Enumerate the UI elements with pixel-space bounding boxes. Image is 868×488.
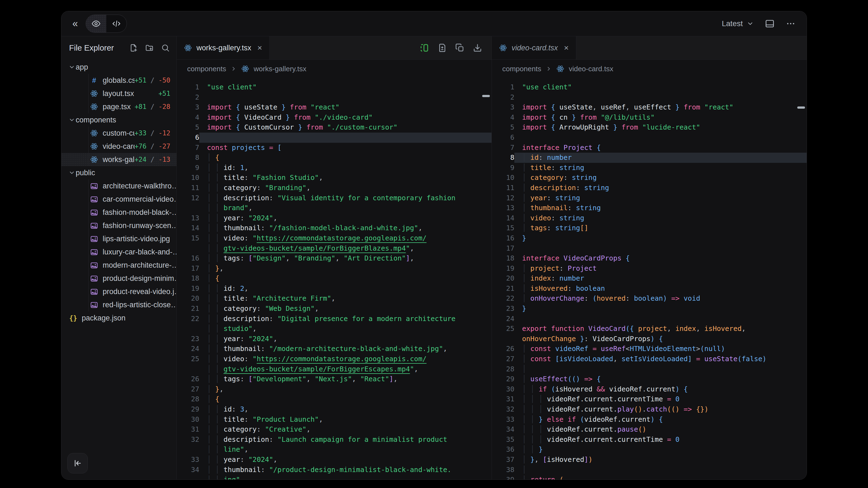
react-icon xyxy=(556,65,564,73)
file-diff-button[interactable] xyxy=(438,43,447,53)
code-editor[interactable]: 1"use client"23import { useState, useRef… xyxy=(492,78,807,480)
search-files-button[interactable] xyxy=(161,43,170,52)
chevron-down-icon xyxy=(68,64,75,70)
more-options-button[interactable] xyxy=(786,19,796,29)
line-number: 10 xyxy=(177,173,199,183)
line-number: 33 xyxy=(177,455,199,465)
editor-actions xyxy=(420,36,492,59)
line-content: │ title: string xyxy=(514,163,807,173)
breadcrumb-folder[interactable]: components xyxy=(187,65,226,73)
breadcrumb-file[interactable]: video-card.tsx xyxy=(569,65,614,73)
tree-file-works-galler-[interactable]: works-galler…+24 / -13 xyxy=(61,153,177,166)
copy-button[interactable] xyxy=(455,43,465,53)
code-line: 26│ const videoRef = useRef<HTMLVideoEle… xyxy=(492,344,807,354)
tree-folder-public[interactable]: public xyxy=(61,166,177,180)
line-content: │ │ } else if (videoRef.current) { xyxy=(514,415,807,425)
new-folder-button[interactable] xyxy=(145,43,154,52)
tree-file-car-commercial-video-[interactable]: car-commercial-video… xyxy=(61,193,177,206)
tree-file-package.json[interactable]: {}package.json xyxy=(61,312,177,325)
line-number: 23 xyxy=(492,304,514,314)
line-number: 34 xyxy=(492,424,514,435)
tree-file-layout.tsx[interactable]: layout.tsx+51 xyxy=(61,87,177,100)
tree-file-fashion-runway-scen-[interactable]: fashion-runway-scen… xyxy=(61,219,177,232)
code-toggle-button[interactable] xyxy=(106,15,127,32)
new-file-button[interactable] xyxy=(129,43,138,52)
tree-file-lips-artistic-video.jpg[interactable]: lips-artistic-video.jpg xyxy=(61,232,177,246)
line-number: 28 xyxy=(492,364,514,375)
line-number: 16 xyxy=(492,233,514,243)
tab-works-gallery-tsx[interactable]: works-gallery.tsx× xyxy=(177,36,270,59)
file-name: lips-artistic-video.jpg xyxy=(103,235,170,243)
line-number: 11 xyxy=(492,183,514,193)
tree-file-page.tsx[interactable]: page.tsx+81 / -28 xyxy=(61,100,177,113)
split-diff-button[interactable] xyxy=(420,43,429,53)
code-line: 7const projects = [ xyxy=(177,143,492,153)
line-content xyxy=(199,133,492,143)
line-number: 8 xyxy=(177,153,199,163)
code-line: 20│ index: number xyxy=(492,273,807,284)
tree-file-custom-curs-[interactable]: custom-curs…+33 / -12 xyxy=(61,127,177,140)
tree-file-product-reveal-video.j-[interactable]: product-reveal-video.j… xyxy=(61,285,177,298)
tree-file-video-card.tsx[interactable]: video-card.tsx+76 / -27 xyxy=(61,140,177,153)
tree-file-globals.css[interactable]: #globals.css+51 / -50 xyxy=(61,74,177,87)
line-number xyxy=(177,203,199,213)
code-line: 14│ video: string xyxy=(492,213,807,223)
code-line: │ │ gtv-videos-bucket/sample/ForBiggerBl… xyxy=(177,243,492,254)
line-content: │ │ year: "2024", xyxy=(199,455,492,465)
line-number: 30 xyxy=(492,384,514,394)
breadcrumb-folder[interactable]: components xyxy=(502,65,541,73)
file-name: product-reveal-video.j… xyxy=(103,288,177,296)
line-content: } xyxy=(514,233,807,243)
breadcrumb-file[interactable]: works-gallery.tsx xyxy=(254,65,307,73)
tab-video-card-tsx[interactable]: video-card.tsx× xyxy=(492,36,576,59)
code-line: 11│ │ category: "Branding", xyxy=(177,183,492,193)
file-explorer-actions xyxy=(129,43,170,52)
code-line: 1"use client" xyxy=(177,82,492,92)
code-line: 25export function VideoCard({ project, i… xyxy=(492,324,807,334)
line-number xyxy=(492,334,514,344)
code-line: 10│ category: string xyxy=(492,173,807,183)
line-number: 32 xyxy=(177,435,199,445)
tree-file-red-lips-artistic-close-[interactable]: red-lips-artistic-close… xyxy=(61,298,177,312)
line-content: │ │ title: "Architecture Firm", xyxy=(199,294,492,304)
preview-toggle-button[interactable] xyxy=(86,15,106,32)
tree-file-fashion-model-black-[interactable]: fashion-model-black-… xyxy=(61,206,177,219)
download-button[interactable] xyxy=(473,43,482,53)
code-line: 26│ │ tags: ["Development", "Next.js", "… xyxy=(177,374,492,384)
tree-folder-components[interactable]: components xyxy=(61,113,177,127)
line-content: export function VideoCard({ project, ind… xyxy=(514,324,807,334)
tree-file-modern-architecture-[interactable]: modern-architecture-… xyxy=(61,259,177,272)
line-number: 7 xyxy=(492,143,514,153)
close-tab-icon[interactable]: × xyxy=(257,44,262,52)
code-line: 19│ │ id: 2, xyxy=(177,284,492,294)
close-tab-icon[interactable]: × xyxy=(564,44,569,52)
line-content xyxy=(514,92,807,103)
scrollbar-thumb[interactable] xyxy=(482,95,490,97)
collapse-panel-button[interactable] xyxy=(67,453,88,474)
tree-file-luxury-car-black-and-[interactable]: luxury-car-black-and-… xyxy=(61,246,177,259)
code-line: 34│ │ thumbnail: "/product-design-minima… xyxy=(177,465,492,475)
code-line: 13│ │ year: "2024", xyxy=(177,213,492,223)
chevron-right-icon xyxy=(546,66,552,72)
code-line: 12│ year: string xyxy=(492,193,807,203)
tree-folder-app[interactable]: app xyxy=(61,61,177,74)
code-editor[interactable]: 1"use client"23import { useState } from … xyxy=(177,78,492,480)
diff-stats: +76 / -27 xyxy=(134,142,177,150)
file-name: layout.tsx xyxy=(103,89,134,98)
line-content: │ { xyxy=(199,153,492,163)
code-line: 4import { cn } from "@/lib/utils" xyxy=(492,112,807,123)
collapse-sidebar-button[interactable]: « xyxy=(72,19,78,29)
file-name: globals.css xyxy=(103,76,134,85)
file-name: luxury-car-black-and-… xyxy=(103,248,177,256)
code-line: 33│ │ } else if (videoRef.current) { xyxy=(492,415,807,425)
tree-file-architecture-walkthro-[interactable]: architecture-walkthro… xyxy=(61,180,177,193)
code-line: │ │ gtv-videos-bucket/sample/ForBiggerEs… xyxy=(177,364,492,375)
tab-label: video-card.tsx xyxy=(512,44,558,52)
tree-file-product-design-minim-[interactable]: product-design-minim… xyxy=(61,272,177,285)
diff-stats: +51 / -50 xyxy=(134,76,177,84)
scrollbar-thumb[interactable] xyxy=(797,106,805,109)
line-number: 5 xyxy=(177,122,199,133)
panel-layout-button[interactable] xyxy=(765,19,775,29)
version-dropdown[interactable]: Latest xyxy=(722,19,754,28)
diff-stats: +33 / -12 xyxy=(134,129,177,137)
